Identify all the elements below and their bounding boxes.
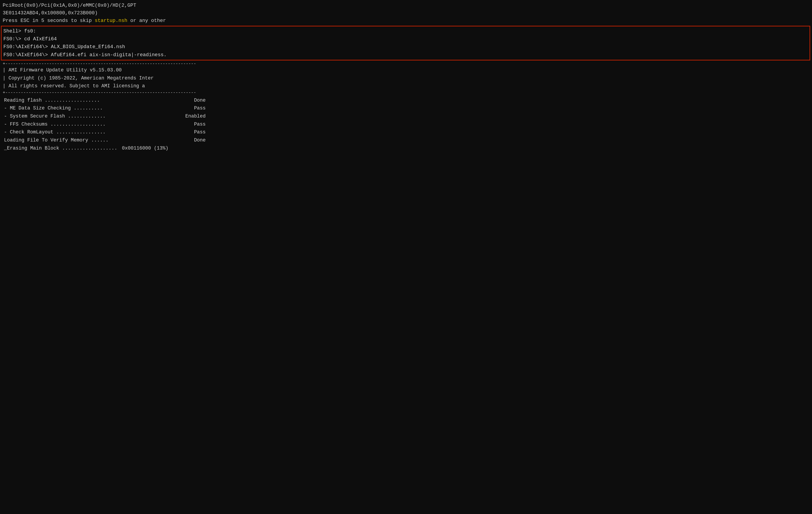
secure-flash-value: Enabled (185, 112, 206, 120)
ffs-value: Pass (194, 120, 206, 128)
ami-box: | AMI Firmware Update Utility v5.15.03.0… (0, 66, 812, 90)
status-section: Reading flash ................... Done -… (0, 95, 812, 152)
me-data-label: - ME Data Size Checking .......... (4, 104, 103, 112)
loading-label: Loading File To Verify Memory ...... (4, 136, 109, 144)
erasing-value: 0x00116000 (13%) (122, 146, 168, 151)
me-data-value: Pass (194, 104, 206, 112)
ffs-line: - FFS Checksums ................... Pass (4, 120, 206, 128)
erasing-label: _Erasing Main Block ................... (4, 146, 117, 151)
esc-prefix: Press ESC in 5 seconds to skip (3, 18, 95, 24)
command-box: Shell> fs0: FS0:\> cd AIxEfi64 FS0:\AIxE… (1, 26, 810, 60)
reading-flash-line: Reading flash ................... Done (4, 96, 206, 104)
ami-line-3: | All rights reserved. Subject to AMI li… (3, 82, 809, 90)
terminal-screen: PciRoot(0x0)/Pci(0x1A,0x0)/eMMC(0x0)/HD(… (0, 0, 812, 514)
top-section: PciRoot(0x0)/Pci(0x1A,0x0)/eMMC(0x0)/HD(… (0, 0, 812, 25)
romlayout-value: Pass (194, 128, 206, 136)
romlayout-line: - Check RomLayout ................. Pass (4, 128, 206, 136)
cmd-line-3: FS0:\AIxEfi64\> ALX_BIOS_Update_Efi64.ns… (3, 43, 808, 51)
esc-line: Press ESC in 5 seconds to skip startup.n… (3, 17, 809, 25)
esc-suffix: or any other (127, 18, 166, 24)
ami-line-1: | AMI Firmware Update Utility v5.15.03.0… (3, 66, 809, 74)
cmd-line-1: Shell> fs0: (3, 27, 808, 35)
reading-flash-label: Reading flash ................... (4, 96, 100, 104)
cmd-line-2: FS0:\> cd AIxEfi64 (3, 35, 808, 43)
pci-line2: 3E011432ABD4,0x100800,0x723B000) (3, 9, 809, 17)
me-data-line: - ME Data Size Checking .......... Pass (4, 104, 206, 112)
erasing-line: _Erasing Main Block ................... … (4, 144, 809, 152)
secure-flash-label: - System Secure Flash ............. (4, 112, 106, 120)
divider-top: +---------------------------------------… (0, 61, 812, 66)
pci-line1: PciRoot(0x0)/Pci(0x1A,0x0)/eMMC(0x0)/HD(… (3, 2, 809, 9)
divider-bottom: +---------------------------------------… (0, 90, 812, 95)
romlayout-label: - Check RomLayout ................. (4, 128, 106, 136)
reading-flash-value: Done (194, 96, 206, 104)
ffs-label: - FFS Checksums ................... (4, 120, 106, 128)
secure-flash-line: - System Secure Flash ............. Enab… (4, 112, 206, 120)
cmd-line-4: FS0:\AIxEfi64\> AfuEfi64.efi aix-isn-dig… (3, 51, 808, 59)
loading-line: Loading File To Verify Memory ...... Don… (4, 136, 206, 144)
ami-line-2: | Copyright (c) 1985-2022, American Mega… (3, 74, 809, 82)
esc-highlight: startup.nsh (95, 18, 127, 24)
loading-value: Done (194, 136, 206, 144)
